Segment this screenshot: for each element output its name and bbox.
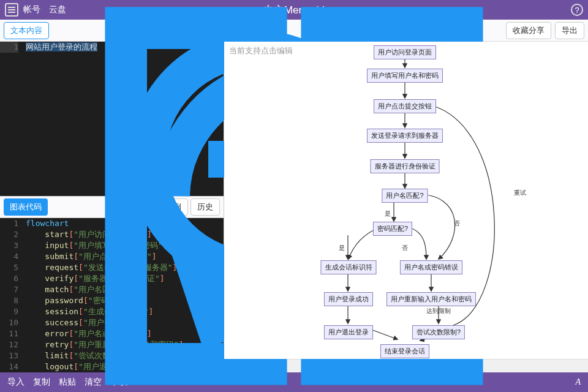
node-password[interactable]: 密码匹配?: [373, 222, 412, 236]
right-toolbar: 图表 收藏分享 导出: [224, 20, 588, 42]
node-verify[interactable]: 服务器进行身份验证: [371, 159, 440, 173]
svg-text:是: 是: [339, 244, 345, 251]
node-retry[interactable]: 用户重新输入用户名和密码: [386, 292, 476, 306]
svg-text:是: 是: [385, 210, 391, 217]
right-panel: 图表 收藏分享 导出 当前支持点击编辑: [224, 20, 588, 372]
node-logout[interactable]: 用户退出登录: [324, 325, 373, 339]
node-session[interactable]: 生成会话标识符: [321, 260, 377, 274]
node-error[interactable]: 用户名或密码错误: [400, 260, 462, 274]
node-limit[interactable]: 尝试次数限制?: [412, 325, 465, 339]
node-submit[interactable]: 用户点击提交按钮: [374, 99, 436, 113]
node-end[interactable]: 结束登录会话: [380, 344, 429, 358]
svg-text:否: 否: [454, 220, 460, 227]
svg-text:否: 否: [402, 244, 408, 251]
node-success[interactable]: 用户登录成功: [324, 292, 373, 306]
node-input[interactable]: 用户填写用户名和密码: [367, 69, 443, 83]
refresh-icon[interactable]: [486, 23, 502, 39]
node-start[interactable]: 用户访问登录页面: [374, 45, 436, 59]
diagram-canvas[interactable]: 当前支持点击编辑: [224, 42, 588, 359]
node-match[interactable]: 用户名匹配?: [382, 189, 428, 203]
svg-text:达到限制: 达到限制: [426, 307, 451, 314]
svg-text:重试: 重试: [514, 189, 526, 196]
node-request[interactable]: 发送登录请求到服务器: [367, 129, 443, 143]
